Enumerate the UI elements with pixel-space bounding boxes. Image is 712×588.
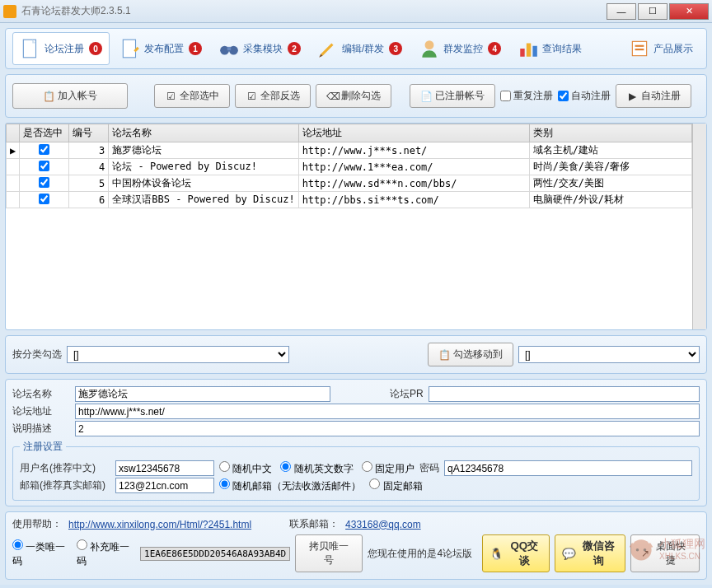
tab-label: 群发监控 (443, 42, 483, 56)
user-icon (419, 38, 440, 59)
repeat-register-checkbox[interactable]: 重复注册 (500, 89, 553, 103)
register-legend: 注册设置 (20, 440, 66, 454)
delete-selected-button[interactable]: ⌫删除勾选 (316, 84, 391, 108)
rand-mail-radio[interactable]: 随机邮箱（无法收激活邮件） (219, 478, 361, 493)
qq-chat-button[interactable]: 🐧QQ交谈 (482, 534, 549, 572)
tab-badge: 3 (389, 42, 402, 55)
row-checkbox-cell[interactable] (20, 192, 69, 208)
tab-edit[interactable]: 编辑/群发 3 (311, 33, 409, 64)
forum-desc-field[interactable] (75, 421, 700, 436)
col-name[interactable]: 论坛名称 (109, 124, 298, 142)
code1-radio[interactable]: 一类唯一码 (12, 539, 72, 568)
col-selected[interactable]: 是否选中 (20, 124, 69, 142)
tab-label: 编辑/群发 (342, 42, 384, 56)
invert-select-button[interactable]: ☑全部反选 (235, 84, 311, 108)
unique-code: 1EA6E86E5DDD20546A8A93AB4D (140, 547, 290, 561)
add-account-button[interactable]: 📋 加入帐号 (12, 83, 128, 109)
tab-products[interactable]: 产品展示 (622, 33, 700, 64)
binoculars-icon (218, 38, 240, 59)
svg-rect-6 (521, 49, 525, 57)
move-selection-button[interactable]: 📋勾选移动到 (428, 343, 513, 366)
svg-rect-8 (533, 46, 537, 57)
app-icon (3, 5, 16, 18)
wechat-icon: 💬 (562, 548, 576, 560)
main-tabs: 论坛注册 0 发布配置 1 采集模块 2 编辑/群发 3 群发监控 4 查询结果 (5, 28, 707, 69)
password-label: 密码 (419, 461, 439, 475)
vertical-scrollbar[interactable] (692, 124, 706, 329)
desktop-shortcut-button[interactable]: ↗桌面快捷 (630, 534, 700, 572)
tab-label: 产品展示 (653, 42, 693, 56)
row-checkbox-cell[interactable] (20, 142, 69, 159)
row-category: 时尚/美食/美容/奢侈 (529, 159, 691, 175)
row-pointer (7, 192, 20, 208)
close-button[interactable]: ✕ (669, 3, 709, 20)
col-url[interactable]: 论坛地址 (298, 124, 529, 142)
tab-query[interactable]: 查询结果 (511, 33, 588, 64)
forum-name-field[interactable] (75, 386, 330, 402)
row-name: 论坛 - Powered by Discuz! (109, 159, 298, 175)
row-url: http://www.1***ea.com/ (298, 159, 529, 175)
tab-register[interactable]: 论坛注册 0 (12, 32, 110, 65)
auto-register-checkbox[interactable]: 自动注册 (558, 89, 611, 103)
row-id: 6 (69, 192, 109, 208)
footer-panel: 使用帮助： http://www.xinxilong.com/Html/?245… (5, 511, 707, 580)
help-label: 使用帮助： (12, 517, 62, 531)
forum-pr-field[interactable] (429, 386, 700, 402)
col-category[interactable]: 类别 (529, 124, 691, 142)
register-settings-fieldset: 注册设置 用户名(推荐中文) 随机中文 随机英文数字 固定用户 密码 邮箱(推荐… (12, 440, 700, 501)
password-field[interactable] (444, 460, 692, 476)
auto-register-button[interactable]: ▶自动注册 (616, 84, 691, 108)
tab-badge: 1 (189, 42, 202, 55)
select-all-button[interactable]: ☑全部选中 (154, 84, 230, 108)
tab-publish[interactable]: 发布配置 1 (113, 33, 208, 64)
row-checkbox-cell[interactable] (20, 175, 69, 192)
copy-code-button[interactable]: 拷贝唯一号 (295, 534, 363, 572)
minimize-button[interactable]: — (607, 3, 636, 20)
check-icon: ☑ (165, 91, 176, 102)
tab-collect[interactable]: 采集模块 2 (212, 33, 307, 64)
titlebar: 石青论坛群发大师2.3.5.1 — ☐ ✕ (0, 0, 712, 23)
maximize-button[interactable]: ☐ (638, 3, 668, 20)
table-row[interactable]: 6 全球汉语BBS - Powered by Discuz!http://bbs… (7, 192, 692, 208)
table-row[interactable]: 4论坛 - Powered by Discuz!http://www.1***e… (7, 159, 692, 175)
col-id[interactable]: 编号 (69, 124, 109, 142)
tab-badge: 2 (288, 42, 301, 55)
table-row[interactable]: 5中国粉体设备论坛http://www.sd***n.com/bbs/两性/交友… (7, 175, 692, 192)
rand-cn-radio[interactable]: 随机中文 (219, 461, 272, 476)
tab-monitor[interactable]: 群发监控 4 (412, 33, 508, 64)
list-icon (629, 38, 650, 59)
move-target-select[interactable]: [] (518, 346, 700, 363)
tab-label: 论坛注册 (44, 42, 84, 56)
table-row[interactable]: ▶3施罗德论坛http://www.j***s.net/域名主机/建站 (7, 142, 692, 159)
row-checkbox-cell[interactable] (20, 159, 69, 175)
wechat-button[interactable]: 💬微信咨询 (555, 534, 625, 572)
contact-label: 联系邮箱： (289, 517, 339, 531)
row-url: http://bbs.si***ts.com/ (298, 192, 529, 208)
fixed-user-radio[interactable]: 固定用户 (362, 461, 415, 476)
row-category: 电脑硬件/外设/耗材 (529, 192, 691, 208)
rand-en-radio[interactable]: 随机英文数字 (280, 461, 353, 476)
username-field[interactable] (115, 460, 214, 476)
forum-url-label: 论坛地址 (12, 404, 70, 418)
invert-icon: ☑ (246, 91, 257, 102)
row-name: 施罗德论坛 (109, 142, 298, 159)
fixed-mail-radio[interactable]: 固定邮箱 (369, 478, 422, 493)
svg-point-5 (425, 40, 434, 49)
tab-badge: 4 (488, 42, 501, 55)
forum-url-field[interactable] (75, 404, 700, 419)
row-url: http://www.sd***n.com/bbs/ (298, 175, 529, 192)
email-field[interactable] (115, 478, 214, 493)
forum-name-label: 论坛名称 (12, 387, 70, 401)
row-id: 5 (69, 175, 109, 192)
row-pointer: ▶ (7, 142, 20, 159)
forum-grid: 是否选中 编号 论坛名称 论坛地址 类别 ▶3施罗德论坛http://www.j… (5, 123, 707, 330)
contact-mail-link[interactable]: 433168@qq.com (345, 519, 421, 530)
help-link[interactable]: http://www.xinxilong.com/Html/?2451.html (68, 519, 251, 530)
statusbar: 联系作者QQ (0, 585, 712, 588)
category-filter-select[interactable]: [] (67, 346, 289, 363)
tab-badge: 0 (89, 42, 102, 55)
qq-icon: 🐧 (490, 548, 504, 560)
pencil-icon (317, 38, 339, 59)
code2-radio[interactable]: 补充唯一码 (77, 539, 136, 568)
registered-accounts-button[interactable]: 📄已注册帐号 (410, 84, 495, 108)
